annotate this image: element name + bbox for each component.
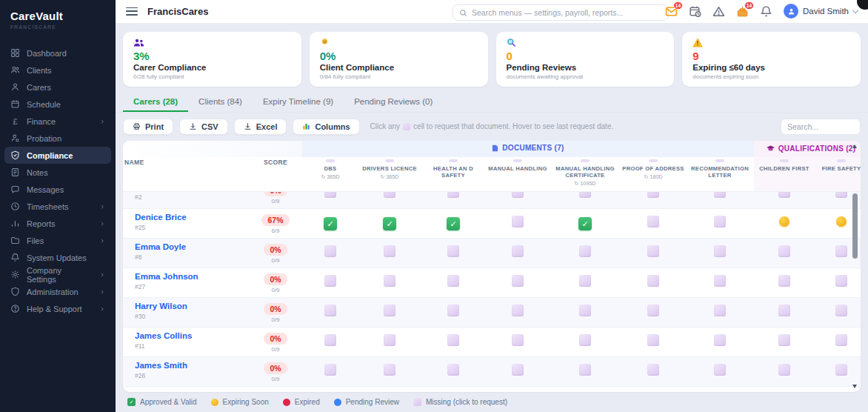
- compliance-cell[interactable]: [512, 364, 524, 376]
- compliance-cell[interactable]: [447, 305, 459, 316]
- carer-name-link[interactable]: Denice Brice: [135, 213, 249, 222]
- table-search-input[interactable]: [787, 119, 854, 134]
- column-request-dash[interactable]: [385, 159, 394, 162]
- csv-export-button[interactable]: CSV: [179, 119, 228, 135]
- compliance-cell[interactable]: [512, 305, 524, 316]
- compliance-cell[interactable]: [835, 305, 847, 316]
- compliance-cell[interactable]: [647, 245, 659, 257]
- compliance-cell[interactable]: [447, 334, 459, 346]
- table-scrollbar[interactable]: [852, 143, 858, 390]
- compliance-cell[interactable]: [835, 245, 847, 257]
- compliance-cell[interactable]: [512, 192, 524, 198]
- compliance-cell[interactable]: [324, 334, 336, 346]
- column-header-health-safety[interactable]: HEALTH AN D SAFETY: [421, 157, 486, 192]
- corner-widget[interactable]: [857, 0, 868, 10]
- compliance-cell[interactable]: [324, 275, 336, 287]
- sidebar-item-clients[interactable]: Clients: [4, 62, 111, 79]
- global-search-input[interactable]: [472, 8, 662, 17]
- global-search[interactable]: [453, 4, 669, 21]
- sidebar-item-finance[interactable]: £ Finance: [4, 113, 111, 130]
- carer-name-link[interactable]: Katie Byrne: [135, 391, 249, 392]
- compliance-cell[interactable]: [836, 216, 847, 227]
- column-header-drivers-licence[interactable]: DRIVERS LICENCE365D: [358, 157, 421, 192]
- compliance-cell[interactable]: [324, 217, 337, 230]
- compliance-cell[interactable]: [714, 216, 726, 227]
- compliance-cell[interactable]: [512, 245, 524, 257]
- compliance-cell[interactable]: [383, 217, 396, 230]
- column-request-dash[interactable]: [837, 159, 846, 162]
- compliance-cell[interactable]: [384, 275, 395, 287]
- compliance-cell[interactable]: [579, 305, 591, 316]
- compliance-cell[interactable]: [447, 245, 459, 257]
- compliance-cell[interactable]: [384, 334, 395, 346]
- compliance-cell[interactable]: [779, 216, 789, 227]
- carer-name-link[interactable]: Emma Johnson: [135, 272, 249, 281]
- compliance-cell[interactable]: [714, 364, 726, 376]
- compliance-cell[interactable]: [447, 275, 459, 287]
- sidebar-item-reports[interactable]: Reports: [4, 215, 111, 232]
- compliance-cell[interactable]: [647, 216, 659, 227]
- sidebar-item-messages[interactable]: Messages: [4, 181, 111, 198]
- compliance-cell[interactable]: [714, 305, 726, 316]
- column-request-dash[interactable]: [649, 159, 658, 162]
- compliance-cell[interactable]: [384, 192, 395, 198]
- columns-button[interactable]: Columns: [293, 119, 359, 135]
- compliance-cell[interactable]: [579, 192, 591, 198]
- compliance-cell[interactable]: [384, 364, 395, 376]
- excel-export-button[interactable]: Excel: [234, 119, 287, 135]
- compliance-cell[interactable]: [714, 334, 726, 346]
- scrollbar-thumb[interactable]: [852, 193, 858, 259]
- sidebar-item-carers[interactable]: Carers: [4, 79, 111, 96]
- compliance-cell[interactable]: [714, 275, 726, 287]
- hamburger-menu-icon[interactable]: [126, 5, 138, 18]
- compliance-cell[interactable]: [384, 245, 395, 257]
- column-header-recommendation-letter[interactable]: RECOMMENDATION LETTER: [686, 157, 754, 192]
- compliance-cell[interactable]: [447, 364, 459, 376]
- compliance-cell[interactable]: [714, 245, 726, 257]
- column-request-dash[interactable]: [715, 159, 724, 162]
- sidebar-item-compliance[interactable]: Compliance: [4, 147, 111, 164]
- compliance-cell[interactable]: [647, 275, 659, 287]
- column-request-dash[interactable]: [449, 159, 458, 162]
- compliance-cell[interactable]: [384, 305, 395, 316]
- notifications-bell-icon[interactable]: [760, 5, 772, 18]
- sidebar-item-probation[interactable]: Probation: [4, 130, 111, 147]
- compliance-cell[interactable]: [512, 334, 524, 346]
- compliance-cell[interactable]: [579, 245, 591, 257]
- compliance-cell[interactable]: [324, 364, 336, 376]
- column-request-dash[interactable]: [326, 159, 335, 162]
- sidebar-item-schedule[interactable]: Schedule: [4, 96, 111, 113]
- column-request-dash[interactable]: [513, 159, 522, 162]
- carer-name-link[interactable]: James Smith: [135, 361, 249, 370]
- tab-carers[interactable]: Carers (28): [123, 92, 188, 112]
- messages-icon[interactable]: 14: [665, 5, 678, 18]
- sidebar-item-administration[interactable]: Administration: [4, 283, 111, 300]
- sidebar-item-system-updates[interactable]: System Updates: [4, 249, 111, 266]
- compliance-cell[interactable]: [647, 364, 659, 376]
- compliance-cell[interactable]: [579, 334, 591, 346]
- print-button[interactable]: Print: [123, 119, 173, 135]
- compliance-cell[interactable]: [647, 334, 659, 346]
- compliance-cell[interactable]: [778, 192, 790, 198]
- birthdays-icon[interactable]: 14: [736, 5, 749, 18]
- compliance-cell[interactable]: [512, 216, 524, 227]
- compliance-cell[interactable]: [647, 305, 659, 316]
- compliance-cell[interactable]: [647, 192, 659, 198]
- compliance-cell[interactable]: [835, 275, 847, 287]
- column-header-manual-handling[interactable]: MANUAL HANDLING: [486, 157, 550, 192]
- compliance-cell[interactable]: [778, 334, 790, 346]
- compliance-cell[interactable]: [778, 275, 790, 287]
- sidebar-item-timesheets[interactable]: Timesheets: [4, 198, 111, 215]
- sidebar-item-notes[interactable]: Notes: [4, 164, 111, 181]
- compliance-cell[interactable]: [579, 275, 591, 287]
- column-header-name[interactable]: NAME: [123, 157, 249, 192]
- compliance-cell[interactable]: [579, 364, 591, 376]
- column-header-dbs[interactable]: DBS365D: [302, 157, 358, 192]
- sidebar-item-help-support[interactable]: Help & Support: [4, 300, 111, 317]
- sidebar-item-files[interactable]: Files: [4, 232, 111, 249]
- column-header-proof-of-address[interactable]: PROOF OF ADDRESS180D: [621, 157, 686, 192]
- compliance-cell[interactable]: [447, 192, 459, 198]
- calendar-clock-icon[interactable]: [689, 5, 701, 18]
- table-body-viewport[interactable]: Dave Walsh#2 0%0/9 Denice Brice#25 67%6/…: [123, 192, 861, 392]
- compliance-cell[interactable]: [512, 275, 524, 287]
